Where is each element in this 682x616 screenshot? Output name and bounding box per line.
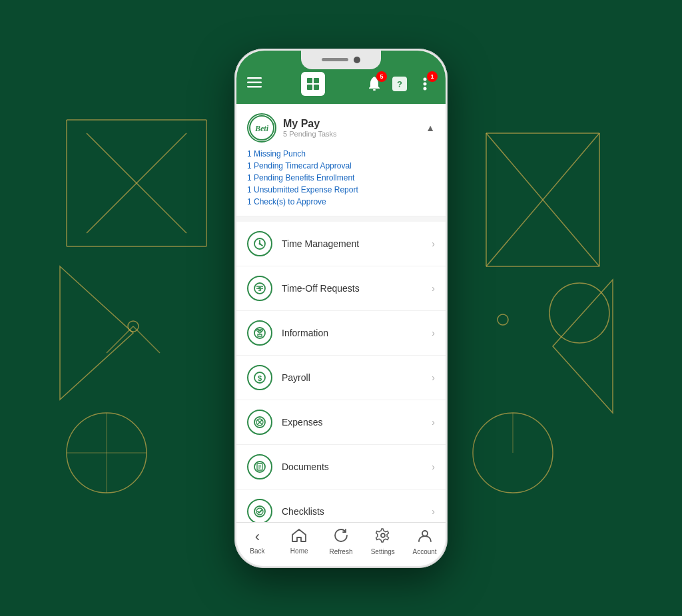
chevron-right-icon: › (432, 328, 435, 338)
home-icon (292, 529, 306, 545)
svg-rect-29 (314, 78, 319, 83)
nav-account[interactable]: Account (408, 528, 442, 555)
nav-refresh-label: Refresh (329, 548, 352, 555)
menu-item-expenses[interactable]: Expenses › (236, 400, 446, 445)
chevron-right-icon: › (432, 372, 435, 383)
menu-item-time-off-requests[interactable]: $ Time-Off Requests › (236, 266, 446, 311)
svg-rect-31 (314, 85, 319, 90)
svg-point-16 (549, 283, 609, 343)
time-management-label: Time Management (282, 238, 432, 249)
refresh-icon (334, 528, 348, 546)
documents-icon (247, 454, 272, 479)
hamburger-icon[interactable] (247, 76, 262, 91)
documents-label: Documents (282, 462, 432, 472)
user-avatar: Beti (247, 113, 276, 143)
information-icon (247, 320, 272, 346)
payroll-icon: $ (247, 365, 272, 390)
menu-item-time-management[interactable]: Time Management › (236, 222, 446, 266)
my-pay-header: Beti My Pay 5 Pending Tasks ▲ (247, 113, 435, 143)
chevron-right-icon: › (432, 417, 435, 428)
svg-rect-26 (247, 86, 262, 88)
menu-item-information[interactable]: Information › (236, 311, 446, 356)
pending-link-checks[interactable]: 1 Check(s) to Approve (247, 197, 435, 206)
header-action-icons: 5 ? 1 (364, 74, 435, 94)
menu-item-checklists[interactable]: Checklists › (236, 489, 446, 522)
chevron-right-icon: › (432, 283, 435, 294)
svg-line-23 (107, 326, 133, 353)
nav-home[interactable]: Home (282, 529, 316, 555)
svg-rect-24 (247, 77, 262, 79)
phone-screen: 5 ? 1 (236, 51, 446, 566)
back-icon: ‹ (255, 528, 260, 545)
notification-button[interactable]: 5 (364, 74, 384, 94)
phone-notch (301, 51, 381, 69)
payroll-label: Payroll (282, 372, 432, 383)
nav-refresh[interactable]: Refresh (324, 528, 358, 555)
more-badge: 1 (427, 71, 438, 82)
my-pay-title: My Pay (283, 118, 337, 130)
nav-settings[interactable]: Settings (366, 528, 400, 555)
my-pay-subtitle: 5 Pending Tasks (283, 130, 337, 138)
checklists-label: Checklists (282, 506, 432, 517)
svg-rect-28 (307, 78, 312, 83)
pending-links-list: 1 Missing Punch 1 Pending Timecard Appro… (247, 149, 435, 206)
my-pay-card: Beti My Pay 5 Pending Tasks ▲ 1 Missing … (236, 104, 446, 216)
time-management-icon (247, 231, 272, 256)
my-pay-title-area: My Pay 5 Pending Tasks (283, 118, 337, 138)
collapse-chevron-icon[interactable]: ▲ (426, 123, 435, 133)
app-logo (301, 72, 325, 96)
svg-point-20 (498, 314, 508, 325)
checklists-icon (247, 499, 272, 522)
svg-rect-30 (307, 85, 312, 90)
nav-back[interactable]: ‹ Back (240, 528, 274, 555)
time-off-requests-icon: $ (247, 276, 272, 301)
nav-back-label: Back (250, 547, 264, 555)
camera (354, 57, 360, 63)
svg-point-49 (257, 329, 260, 331)
menu-section: Time Management › $ Time-Off R (236, 222, 446, 522)
phone-outer-shell: 5 ? 1 (234, 49, 448, 568)
nav-account-label: Account (413, 548, 437, 555)
svg-rect-32 (373, 89, 376, 91)
chevron-right-icon: › (432, 506, 435, 517)
pending-link-expense[interactable]: 1 Unsubmitted Expense Report (247, 185, 435, 194)
pending-link-missing-punch[interactable]: 1 Missing Punch (247, 149, 435, 158)
menu-item-payroll[interactable]: $ Payroll › (236, 356, 446, 400)
speaker (322, 58, 348, 61)
time-off-requests-label: Time-Off Requests (282, 283, 432, 294)
svg-point-36 (424, 82, 427, 85)
chevron-right-icon: › (432, 238, 435, 249)
bottom-navigation: ‹ Back Home (236, 522, 446, 566)
svg-point-37 (424, 87, 427, 90)
more-options-button[interactable]: 1 (415, 74, 435, 94)
svg-line-22 (133, 326, 160, 353)
svg-text:Beti: Beti (254, 124, 269, 133)
my-pay-left: Beti My Pay 5 Pending Tasks (247, 113, 337, 143)
svg-point-35 (424, 77, 427, 81)
information-label: Information (282, 328, 432, 338)
svg-text:?: ? (397, 79, 402, 89)
svg-point-50 (260, 329, 263, 331)
settings-icon (376, 528, 390, 546)
svg-text:$: $ (258, 374, 262, 382)
help-button[interactable]: ? (390, 74, 410, 94)
account-icon (418, 528, 432, 546)
nav-settings-label: Settings (371, 548, 395, 555)
expenses-label: Expenses (282, 417, 432, 428)
svg-point-73 (381, 533, 385, 537)
expenses-icon (247, 410, 272, 435)
svg-marker-19 (553, 280, 613, 413)
nav-home-label: Home (290, 547, 308, 555)
notification-badge: 5 (376, 71, 387, 82)
svg-point-74 (422, 531, 428, 536)
pending-link-timecard[interactable]: 1 Pending Timecard Approval (247, 161, 435, 170)
phone-device: 5 ? 1 (234, 49, 448, 568)
svg-point-43 (259, 242, 261, 244)
svg-marker-6 (60, 266, 133, 400)
menu-item-documents[interactable]: Documents › (236, 445, 446, 489)
chevron-right-icon: › (432, 462, 435, 472)
app-content-area: Beti My Pay 5 Pending Tasks ▲ 1 Missing … (236, 104, 446, 522)
svg-rect-25 (247, 82, 262, 84)
pending-link-benefits[interactable]: 1 Pending Benefits Enrollment (247, 173, 435, 182)
